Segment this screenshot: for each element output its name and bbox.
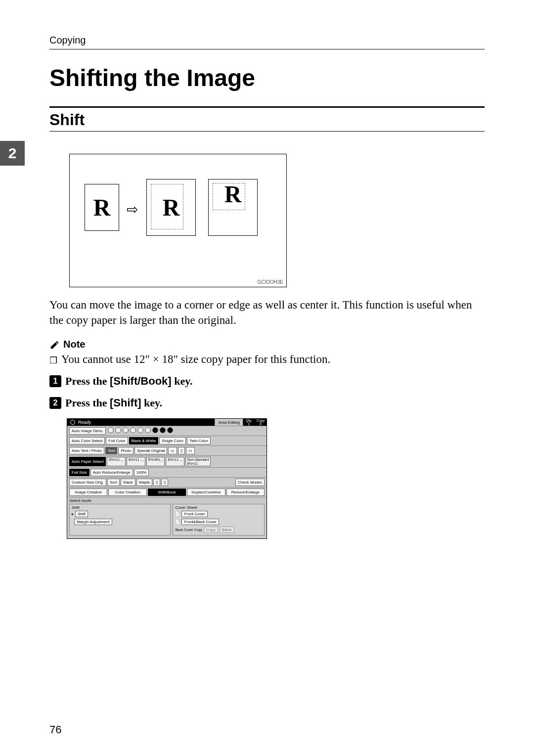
rule-thin: [49, 131, 485, 132]
cover-sheet-group: Cover Sheet 📄 Front Cover 📄 Front&Back C…: [173, 504, 265, 535]
arrow-right-icon: ⇨: [127, 201, 138, 218]
page-title: Shifting the Image: [49, 64, 485, 91]
tray-5-button[interactable]: Non-Standard 8½×11: [185, 457, 211, 466]
cover-sheet-title: Cover Sheet: [175, 505, 262, 510]
shift-indicator-icon: ▸: [72, 512, 74, 516]
back-cover-copy-label: Back Cover Copy: [175, 528, 202, 532]
orientation-3-button[interactable]: ▭: [186, 447, 195, 454]
step-2-number: 2: [49, 397, 61, 409]
step-1-pre: Press the: [65, 375, 110, 387]
copier-panel: Ready Area Editing Qty. 1 Copy 0 Auto Im…: [67, 418, 267, 539]
diagram-original: R: [85, 184, 119, 231]
sort-button[interactable]: Sort: [107, 479, 120, 486]
size-row: Full Size Auto Reduce/Enlarge 100%: [67, 468, 267, 478]
step-1-post: key.: [172, 375, 193, 387]
tray-2-button[interactable]: 8½×11 ◡: [127, 457, 145, 466]
staple-button[interactable]: Staple: [136, 479, 153, 486]
tab-shift-book[interactable]: Shift/Book: [148, 489, 186, 496]
lower-section: Select mode. Shift ▸ Shift Margin Adjust…: [67, 497, 267, 538]
pencil-icon: [49, 339, 60, 350]
tray-1-button[interactable]: 8½×11 ◡: [107, 457, 126, 466]
paper-select-row: Auto Paper Select 8½×11 ◡ 8½×11 ◡ 5½×8½◡…: [67, 456, 267, 468]
photo-button[interactable]: Photo: [118, 447, 134, 454]
qty-value: 1: [248, 422, 250, 426]
full-color-button[interactable]: Full Color: [106, 437, 128, 445]
tab-image-creation[interactable]: Image Creation: [69, 489, 107, 496]
front-cover-button[interactable]: Front Cover: [181, 511, 207, 517]
auto-color-select-button[interactable]: Auto Color Select: [69, 437, 105, 445]
auto-image-density-button[interactable]: Auto Image Dens.: [69, 427, 106, 435]
staple-opt-1[interactable]: ▯: [153, 479, 160, 486]
special-original-button[interactable]: Special Original: [134, 447, 167, 454]
ratio-display: 100%: [134, 469, 149, 476]
section-title: Shift: [49, 111, 485, 129]
tab-reduce-enlarge[interactable]: Reduce/Enlarge: [226, 489, 265, 496]
back-cover-copy-button[interactable]: Copy: [204, 527, 218, 533]
black-white-button[interactable]: Black & White: [129, 437, 159, 445]
status-bar: Ready: [67, 419, 215, 426]
select-mode-label: Select mode.: [69, 498, 265, 503]
shift-button[interactable]: Shift: [75, 511, 88, 517]
area-editing-button[interactable]: Area Editing: [215, 419, 243, 426]
front-back-cover-icon: 📄: [175, 520, 180, 524]
shift-group: Shift ▸ Shift Margin Adjustment: [69, 504, 171, 535]
note-bullet: ❐: [49, 355, 57, 366]
full-size-button[interactable]: Full Size: [69, 469, 89, 476]
orientation-2-button[interactable]: ▯: [178, 447, 185, 454]
twin-color-button[interactable]: Twin Color: [187, 437, 211, 445]
diagram-centered-glyph: R: [146, 179, 196, 236]
custom-size-orig-button[interactable]: Custom Size Orig.: [69, 479, 106, 486]
diagram-corner-glyph: R: [208, 174, 258, 214]
step-2-post: key.: [141, 397, 163, 409]
check-modes-button[interactable]: Check Modes: [235, 479, 265, 486]
step-2-key: [Shift]: [110, 397, 141, 409]
auto-text-photo-button[interactable]: Auto Text / Photo: [69, 447, 104, 454]
finishing-row: Custom Size Orig. Sort Stack Staple ▯ ▯ …: [67, 478, 267, 488]
tray-5-label: Non-Standard: [187, 458, 209, 461]
step-1: 1 Press the [Shift/Book] key.: [49, 375, 485, 388]
diagram-code: GCIDOH3E: [258, 279, 283, 285]
chapter-tab: 2: [0, 141, 25, 166]
front-cover-icon: 📄: [175, 512, 180, 516]
body-paragraph: You can move the image to a corner or ed…: [49, 297, 485, 328]
color-mode-row: Auto Color Select Full Color Black & Whi…: [67, 436, 267, 446]
margin-indicator-icon: [72, 520, 73, 524]
stack-button[interactable]: Stack: [121, 479, 135, 486]
tab-duplex-combine[interactable]: Duplex/Combine: [187, 489, 225, 496]
page-number: 76: [49, 723, 61, 736]
tab-color-creation[interactable]: Color Creation: [108, 489, 146, 496]
back-cover-blank-button[interactable]: Blank: [220, 527, 234, 533]
rule-heavy: [49, 106, 485, 108]
copy-display: Copy 0: [255, 419, 267, 426]
note-heading: Note: [49, 339, 485, 350]
step-2-pre: Press the: [65, 397, 110, 409]
original-type-row: Auto Text / Photo Text Photo Special Ori…: [67, 446, 267, 456]
step-2: 2 Press the [Shift] key.: [49, 397, 485, 409]
staple-opt-2[interactable]: ▯: [161, 479, 168, 486]
front-back-cover-button[interactable]: Front&Back Cover: [181, 519, 219, 525]
margin-adjustment-button[interactable]: Margin Adjustment: [74, 519, 112, 525]
step-1-number: 1: [49, 375, 61, 387]
panel-status-row: Ready Area Editing Qty. 1 Copy 0: [67, 419, 267, 426]
qty-label: Qty.: [246, 419, 252, 422]
qty-display: Qty. 1: [243, 419, 255, 426]
mode-tabs-row: Image Creation Color Creation Shift/Book…: [67, 488, 267, 497]
status-text: Ready: [78, 420, 91, 425]
density-row: Auto Image Dens.: [67, 426, 267, 436]
tray-4-button[interactable]: 8½×11 ◡: [166, 457, 184, 466]
tray-5-size: 8½×11: [187, 462, 198, 465]
text-button[interactable]: Text: [105, 447, 118, 454]
copy-value: 0: [260, 422, 262, 426]
tray-3-button[interactable]: 5½×8½◡: [146, 457, 165, 466]
density-scale[interactable]: [108, 427, 173, 435]
step-1-key: [Shift/Book]: [110, 375, 172, 387]
shift-group-title: Shift: [72, 505, 168, 510]
orientation-1-button[interactable]: ▭: [168, 447, 177, 454]
copy-label: Copy: [257, 419, 265, 422]
note-item: ❐ You cannot use 12" × 18" size copy pap…: [49, 353, 485, 366]
auto-paper-select-button[interactable]: Auto Paper Select: [69, 457, 106, 466]
note-text: You cannot use 12" × 18" size copy paper…: [61, 353, 330, 366]
single-color-button[interactable]: Single Color: [159, 437, 186, 445]
status-icon: [70, 420, 75, 425]
auto-reduce-enlarge-button[interactable]: Auto Reduce/Enlarge: [90, 469, 133, 476]
